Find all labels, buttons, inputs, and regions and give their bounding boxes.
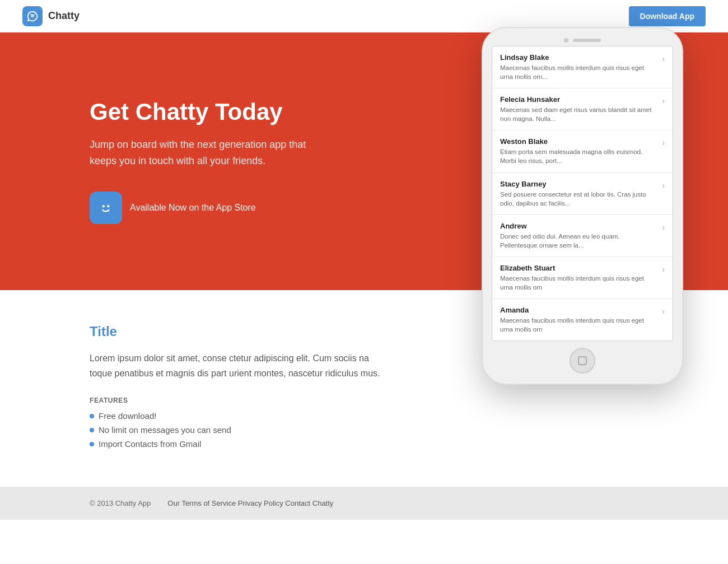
contact-preview: Maecenas faucibus mollis interdum quis r… bbox=[500, 316, 657, 334]
contact-name: Felecia Hunsaker bbox=[500, 95, 657, 104]
chevron-right-icon: › bbox=[662, 54, 665, 63]
feature-text: Import Contacts from Gmail bbox=[99, 439, 201, 449]
contact-preview: Maecenas faucibus mollis interdum quis r… bbox=[500, 274, 657, 292]
contact-item[interactable]: Lindsay Blake Maecenas faucibus mollis i… bbox=[492, 46, 673, 88]
home-button-inner bbox=[578, 356, 587, 365]
smiley-icon bbox=[96, 198, 115, 217]
svg-point-1 bbox=[32, 14, 33, 15]
hero-section: Get Chatty Today Jump on board with the … bbox=[0, 32, 728, 290]
feature-text: Free download! bbox=[99, 411, 156, 421]
contact-name: Lindsay Blake bbox=[500, 53, 657, 62]
footer-links: Our Terms of Service Privacy Policy Cont… bbox=[167, 499, 333, 507]
contact-name: Andrew bbox=[500, 222, 657, 230]
contact-info: Lindsay Blake Maecenas faucibus mollis i… bbox=[500, 53, 657, 81]
chevron-right-icon: › bbox=[662, 223, 665, 232]
footer-link[interactable]: Contact Chatty bbox=[285, 499, 333, 507]
contact-name: Amanda bbox=[500, 306, 657, 314]
footer-link[interactable]: Our Terms of Service bbox=[167, 499, 236, 507]
bullet-icon bbox=[90, 414, 94, 418]
footer-copyright: © 2013 Chatty App bbox=[90, 499, 151, 507]
feature-text: No limit on messages you can send bbox=[99, 425, 231, 435]
contact-name: Weston Blake bbox=[500, 137, 657, 146]
contact-info: Andrew Donec sed odio dui. Aenean eu leo… bbox=[500, 222, 657, 250]
feature-item: Import Contacts from Gmail bbox=[90, 439, 381, 449]
contact-item[interactable]: Amanda Maecenas faucibus mollis interdum… bbox=[492, 299, 673, 341]
hero-subtitle: Jump on board with the next generation a… bbox=[90, 137, 314, 169]
app-store-icon bbox=[90, 192, 122, 224]
contact-preview: Etiam porta sem malesuada magna ollis eu… bbox=[500, 147, 657, 165]
feature-item: Free download! bbox=[90, 411, 381, 421]
feature-item: No limit on messages you can send bbox=[90, 425, 381, 435]
features-label: FEATURES bbox=[90, 397, 381, 404]
chevron-right-icon: › bbox=[662, 138, 665, 147]
contact-name: Elizabeth Stuart bbox=[500, 264, 657, 272]
contact-info: Stacy Barney Sed posuere consectetur est… bbox=[500, 180, 657, 208]
content-description: Lorem ipsum dolor sit amet, conse ctetur… bbox=[90, 351, 381, 381]
content-left: Title Lorem ipsum dolor sit amet, conse … bbox=[90, 324, 381, 453]
brand: Chatty bbox=[22, 6, 80, 26]
footer-link[interactable]: Privacy Policy bbox=[238, 499, 283, 507]
contact-info: Amanda Maecenas faucibus mollis interdum… bbox=[500, 306, 657, 334]
features-list: Free download!No limit on messages you c… bbox=[90, 411, 381, 449]
phone-mockup: Lindsay Blake Maecenas faucibus mollis i… bbox=[482, 27, 683, 385]
bullet-icon bbox=[90, 442, 94, 446]
chat-icon bbox=[26, 10, 39, 22]
chevron-right-icon: › bbox=[662, 265, 665, 274]
phone-bottom-bar bbox=[492, 348, 673, 374]
contact-preview: Sed posuere consectetur est at lobor tis… bbox=[500, 190, 657, 208]
home-button[interactable] bbox=[570, 348, 595, 374]
chevron-right-icon: › bbox=[662, 96, 665, 105]
contact-item[interactable]: Andrew Donec sed odio dui. Aenean eu leo… bbox=[492, 215, 673, 257]
svg-point-5 bbox=[107, 205, 109, 207]
svg-point-2 bbox=[34, 14, 35, 15]
phone-camera bbox=[564, 38, 568, 43]
svg-point-4 bbox=[102, 205, 105, 207]
brand-icon bbox=[22, 6, 43, 26]
phone-speaker bbox=[573, 39, 601, 42]
app-store-text: Available Now on the App Store bbox=[130, 203, 256, 213]
contact-item[interactable]: Felecia Hunsaker Maecenas sed diam eget … bbox=[492, 88, 673, 130]
bullet-icon bbox=[90, 428, 94, 432]
phone-top-bar bbox=[492, 38, 673, 43]
contact-info: Felecia Hunsaker Maecenas sed diam eget … bbox=[500, 95, 657, 123]
contact-item[interactable]: Weston Blake Etiam porta sem malesuada m… bbox=[492, 130, 673, 173]
contact-preview: Maecenas faucibus mollis interdum quis r… bbox=[500, 63, 657, 81]
hero-title: Get Chatty Today bbox=[90, 99, 314, 125]
contact-info: Elizabeth Stuart Maecenas faucibus molli… bbox=[500, 264, 657, 292]
app-store-badge[interactable]: Available Now on the App Store bbox=[90, 192, 314, 224]
phone-screen: Lindsay Blake Maecenas faucibus mollis i… bbox=[492, 46, 673, 341]
chevron-right-icon: › bbox=[662, 181, 665, 190]
hero-content: Get Chatty Today Jump on board with the … bbox=[0, 99, 314, 258]
footer: © 2013 Chatty App Our Terms of Service P… bbox=[0, 487, 728, 520]
contact-preview: Maecenas sed diam eget risus varius blan… bbox=[500, 105, 657, 123]
contact-item[interactable]: Stacy Barney Sed posuere consectetur est… bbox=[492, 173, 673, 215]
contact-name: Stacy Barney bbox=[500, 180, 657, 188]
chevron-right-icon: › bbox=[662, 307, 665, 316]
brand-name: Chatty bbox=[48, 10, 80, 22]
contact-list: Lindsay Blake Maecenas faucibus mollis i… bbox=[492, 46, 673, 341]
svg-point-0 bbox=[30, 14, 31, 15]
phone-outer: Lindsay Blake Maecenas faucibus mollis i… bbox=[482, 27, 683, 385]
contact-preview: Donec sed odio dui. Aenean eu leo quam. … bbox=[500, 232, 657, 250]
download-app-button[interactable]: Download App bbox=[629, 6, 706, 26]
content-title: Title bbox=[90, 324, 381, 339]
contact-item[interactable]: Elizabeth Stuart Maecenas faucibus molli… bbox=[492, 257, 673, 299]
contact-info: Weston Blake Etiam porta sem malesuada m… bbox=[500, 137, 657, 165]
svg-rect-3 bbox=[98, 200, 114, 216]
